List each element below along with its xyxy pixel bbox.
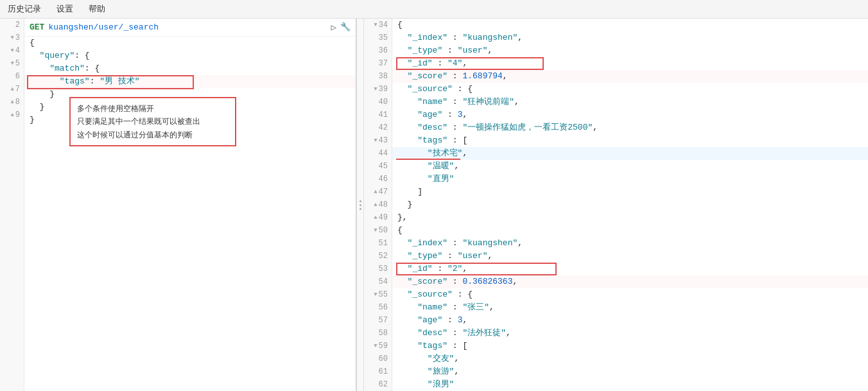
code-line-4: "query": { — [24, 49, 356, 62]
action-icons: ▷ 🔧 — [331, 21, 351, 34]
rln-45: 45 — [364, 160, 392, 173]
annotation-line-2: 只要满足其中一个结果既可以被查出 — [77, 115, 229, 128]
menu-settings[interactable]: 设置 — [54, 2, 76, 16]
rcode-41: "age" : 3, — [392, 109, 868, 121]
rcode-46: "直男" — [392, 173, 868, 186]
rcode-37: "_id" : "4", — [392, 57, 868, 70]
rcode-34: { — [392, 19, 868, 31]
splitter-dot-2 — [360, 204, 361, 206]
rln-60: 60 — [364, 352, 392, 365]
rcode-49: }, — [392, 211, 868, 224]
settings-icon[interactable]: 🔧 — [340, 21, 351, 34]
rcode-50: { — [392, 224, 868, 237]
rcode-52: "_type" : "user", — [392, 250, 868, 263]
rln-62: 62 — [364, 378, 392, 391]
rcode-36: "_type" : "user", — [392, 44, 868, 57]
code-content-right: { "_index" : "kuangshen", "_type" : "use… — [392, 19, 868, 391]
rcode-59: "tags" : [ — [392, 340, 868, 352]
rln-37: 37 — [364, 57, 392, 70]
rcode-51: "_index" : "kuangshen", — [392, 237, 868, 250]
rln-53: 53 — [364, 263, 392, 275]
rcode-54: "_score" : 0.36826363, — [392, 275, 868, 288]
request-url: kuangshen/user/_search — [48, 21, 159, 34]
main-content: 2 ▼3 ▼4 ▼5 6 ▲7 ▲8 ▲9 GET kuangshen/user… — [0, 19, 868, 391]
panel-splitter[interactable] — [356, 19, 364, 391]
rln-61: 61 — [364, 365, 392, 378]
rcode-48: } — [392, 198, 868, 211]
ln-6: 6 — [0, 70, 24, 83]
rcode-55: "_source" : { — [392, 288, 868, 301]
rln-39: ▼39 — [364, 83, 392, 96]
run-icon[interactable]: ▷ — [331, 21, 336, 34]
rln-36: 36 — [364, 44, 392, 57]
annotation-box: 多个条件使用空格隔开 只要满足其中一个结果既可以被查出 这个时候可以通过分值基本… — [69, 97, 236, 146]
rln-56: 56 — [364, 301, 392, 314]
code-line-5: "match": { — [24, 62, 356, 75]
fold-5[interactable]: ▼ — [10, 57, 13, 70]
code-area-left: 2 ▼3 ▼4 ▼5 6 ▲7 ▲8 ▲9 GET kuangshen/user… — [0, 19, 356, 391]
rln-34: ▼34 — [364, 19, 392, 31]
ln-4: ▼4 — [0, 44, 24, 57]
rln-59: ▼59 — [364, 340, 392, 352]
rln-50: ▼50 — [364, 224, 392, 237]
rln-49: ▲49 — [364, 211, 392, 224]
rcode-56: "name" : "张三", — [392, 301, 868, 314]
annotation-line-3: 这个时候可以通过分值基本的判断 — [77, 128, 229, 141]
left-panel: 2 ▼3 ▼4 ▼5 6 ▲7 ▲8 ▲9 GET kuangshen/user… — [0, 19, 356, 391]
rln-52: 52 — [364, 250, 392, 263]
rcode-60: "交友", — [392, 352, 868, 365]
rcode-53: "_id" : "2", — [392, 263, 868, 275]
fold-3[interactable]: ▼ — [10, 31, 13, 44]
rcode-62: "浪男" — [392, 378, 868, 391]
request-line: GET kuangshen/user/_search ▷ 🔧 — [24, 19, 356, 37]
rln-46: 46 — [364, 173, 392, 186]
splitter-dot-3 — [360, 208, 361, 210]
line-numbers-left: 2 ▼3 ▼4 ▼5 6 ▲7 ▲8 ▲9 — [0, 19, 24, 391]
menu-bar: 历史记录 设置 帮助 — [0, 0, 868, 19]
rcode-43: "tags" : [ — [392, 134, 868, 147]
annotation-line-1: 多个条件使用空格隔开 — [77, 102, 229, 115]
rcode-58: "desc" : "法外狂徒", — [392, 327, 868, 340]
code-line-3: { — [24, 37, 356, 49]
line-numbers-right: ▼34 35 36 37 38 ▼39 40 41 42 ▼43 44 45 4… — [364, 19, 392, 391]
rcode-45: "温暖", — [392, 160, 868, 173]
code-area-right: ▼34 35 36 37 38 ▼39 40 41 42 ▼43 44 45 4… — [364, 19, 868, 391]
rln-38: 38 — [364, 70, 392, 83]
rcode-38: "_score" : 1.689794, — [392, 70, 868, 83]
rcode-44: "技术宅", — [392, 147, 868, 160]
fold-8[interactable]: ▲ — [10, 96, 13, 109]
rln-58: 58 — [364, 327, 392, 340]
rcode-42: "desc" : "一顿操作猛如虎，一看工资2500", — [392, 121, 868, 134]
rln-48: ▲48 — [364, 198, 392, 211]
rln-44: 44 — [364, 147, 392, 160]
splitter-dot-1 — [360, 200, 361, 202]
ln-9: ▲9 — [0, 109, 24, 121]
fold-9[interactable]: ▲ — [10, 109, 13, 121]
rln-55: ▼55 — [364, 288, 392, 301]
rln-42: 42 — [364, 121, 392, 134]
code-content-left: GET kuangshen/user/_search ▷ 🔧 { "query"… — [24, 19, 356, 391]
rln-41: 41 — [364, 109, 392, 121]
code-line-6: "tags": "男 技术" — [24, 75, 356, 88]
rcode-40: "name" : "狂神说前端", — [392, 96, 868, 109]
rcode-61: "旅游", — [392, 365, 868, 378]
rln-35: 35 — [364, 31, 392, 44]
menu-history[interactable]: 历史记录 — [5, 2, 44, 16]
rln-40: 40 — [364, 96, 392, 109]
ln-2: 2 — [0, 19, 24, 31]
fold-7[interactable]: ▲ — [10, 83, 13, 96]
ln-7: ▲7 — [0, 83, 24, 96]
rcode-57: "age" : 3, — [392, 314, 868, 327]
ln-8: ▲8 — [0, 96, 24, 109]
right-panel: ▼34 35 36 37 38 ▼39 40 41 42 ▼43 44 45 4… — [364, 19, 868, 391]
rcode-39: "_source" : { — [392, 83, 868, 96]
ln-3: ▼3 — [0, 31, 24, 44]
rln-54: 54 — [364, 275, 392, 288]
rln-57: 57 — [364, 314, 392, 327]
rln-43: ▼43 — [364, 134, 392, 147]
rln-47: ▲47 — [364, 186, 392, 198]
fold-4[interactable]: ▼ — [10, 44, 13, 57]
menu-help[interactable]: 帮助 — [86, 2, 108, 16]
ln-5: ▼5 — [0, 57, 24, 70]
rln-51: 51 — [364, 237, 392, 250]
